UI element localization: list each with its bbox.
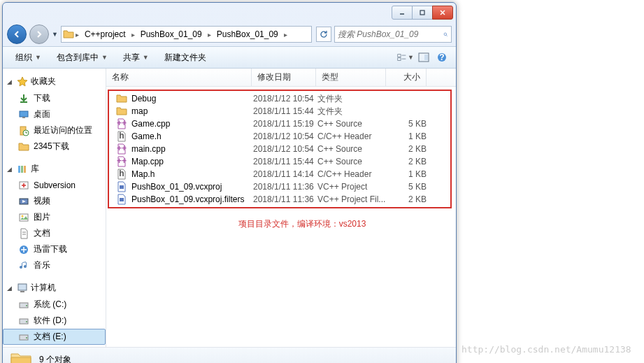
minimize-button[interactable]: [392, 6, 413, 20]
file-type: C++ Source: [317, 157, 387, 166]
sidebar-item[interactable]: 软件 (D:): [3, 313, 106, 329]
sidebar-item[interactable]: 视频: [3, 193, 106, 209]
svg-rect-24: [20, 214, 28, 221]
svg-rect-30: [20, 291, 24, 292]
col-date[interactable]: 修改日期: [252, 69, 316, 86]
file-row[interactable]: hGame.h 2018/1/12 10:54 C/C++ Header 1 K…: [109, 130, 450, 143]
file-row[interactable]: ++main.cpp 2018/1/12 10:54 C++ Source 2 …: [109, 143, 450, 155]
file-type: C/C++ Header: [317, 169, 387, 179]
expand-icon: ◢: [7, 78, 14, 85]
sidebar-item[interactable]: 图片: [3, 209, 106, 225]
organize-menu[interactable]: 组织▼: [8, 49, 48, 66]
cpp-icon: ++: [116, 118, 127, 129]
sidebar-item[interactable]: 迅雷下载: [3, 241, 106, 257]
file-size: 2 KB: [387, 144, 427, 154]
refresh-button[interactable]: [316, 27, 331, 42]
search-icon[interactable]: [443, 29, 448, 40]
back-button[interactable]: [7, 24, 27, 44]
include-menu[interactable]: 包含到库中▼: [50, 49, 115, 66]
sidebar-item[interactable]: 2345下载: [3, 138, 106, 155]
file-row[interactable]: PushBox_01_09.vcxproj.filters 2018/1/11 …: [109, 193, 450, 206]
col-type[interactable]: 类型: [316, 69, 386, 86]
file-name: Game.h: [131, 131, 162, 141]
view-options-button[interactable]: ▼: [397, 49, 414, 66]
sidebar-item[interactable]: 文档 (E:): [3, 329, 106, 345]
folder-icon: [18, 141, 29, 152]
sidebar-item[interactable]: 桌面: [3, 106, 106, 122]
file-row[interactable]: Debug 2018/1/12 10:54 文件夹: [109, 92, 450, 105]
watermark-text: http://blog.csdn.net/Amumu12138: [461, 344, 631, 355]
new-folder-button[interactable]: 新建文件夹: [157, 49, 213, 66]
drive-icon: [18, 332, 29, 343]
sidebar-item[interactable]: Subversion: [3, 178, 106, 193]
file-row[interactable]: hMap.h 2018/1/11 14:14 C/C++ Header 1 KB: [109, 168, 450, 180]
cpp-icon: ++: [116, 143, 127, 155]
chevron-right-icon: ▸: [282, 31, 289, 38]
body: ◢收藏夹下载桌面最近访问的位置2345下载◢库Subversion视频图片文档迅…: [3, 69, 456, 347]
col-name[interactable]: 名称: [106, 69, 252, 86]
help-button[interactable]: ?: [434, 49, 450, 66]
file-size: 2 KB: [387, 194, 427, 204]
sidebar-item[interactable]: 系统 (C:): [3, 297, 106, 313]
file-size: 5 KB: [387, 182, 427, 192]
folder-icon: [116, 93, 127, 104]
svg-point-25: [22, 215, 24, 217]
h-icon: h: [116, 131, 127, 142]
sidebar-item[interactable]: WPS云文档: [3, 345, 106, 347]
proj-icon: [116, 181, 127, 192]
file-row[interactable]: ++Map.cpp 2018/1/11 15:44 C++ Source 2 K…: [109, 155, 450, 168]
down-icon: [18, 93, 29, 104]
col-size[interactable]: 大小: [386, 69, 427, 86]
sidebar-item[interactable]: 音乐: [3, 257, 106, 273]
sidebar-group-header[interactable]: ◢收藏夹: [3, 73, 106, 90]
doc-icon: [18, 228, 29, 239]
sidebar-group-header[interactable]: ◢计算机: [3, 279, 106, 297]
history-dropdown[interactable]: ▼: [52, 31, 58, 38]
nav-bar: ▼ ▸ C++project ▸ PushBox_01_09 ▸ PushBox…: [3, 22, 456, 46]
file-row[interactable]: map 2018/1/11 15:44 文件夹: [109, 105, 450, 118]
titlebar: [3, 3, 456, 22]
file-size: 1 KB: [387, 169, 427, 179]
svg-rect-11: [424, 55, 428, 60]
file-list: 名称 修改日期 类型 大小 Debug 2018/1/12 10:54 文件夹 …: [106, 69, 456, 347]
svg-text:++: ++: [117, 118, 127, 128]
recent-icon: [18, 125, 29, 136]
breadcrumb-item[interactable]: PushBox_01_09: [136, 27, 206, 42]
svg-rect-7: [398, 58, 401, 61]
breadcrumb-item[interactable]: C++project: [80, 27, 130, 42]
file-row[interactable]: PushBox_01_09.vcxproj 2018/1/11 11:36 VC…: [109, 180, 450, 193]
file-date: 2018/1/12 10:54: [253, 144, 317, 154]
svg-rect-20: [21, 166, 23, 173]
search-input[interactable]: [338, 29, 443, 39]
close-button[interactable]: [432, 6, 453, 20]
file-type: 文件夹: [317, 106, 387, 118]
svg-rect-15: [20, 111, 28, 117]
sidebar-item[interactable]: 下载: [3, 90, 106, 106]
preview-button[interactable]: [415, 49, 432, 66]
sidebar-item[interactable]: 最近访问的位置: [3, 122, 106, 138]
file-type: 文件夹: [317, 93, 387, 105]
file-date: 2018/1/12 10:54: [253, 131, 317, 141]
breadcrumb-item[interactable]: PushBox_01_09: [213, 27, 282, 42]
forward-button[interactable]: [29, 24, 49, 44]
status-bar: 9 个对象: [3, 347, 456, 363]
cpp-icon: ++: [116, 156, 127, 167]
drive-icon: [18, 315, 29, 327]
breadcrumb-bar[interactable]: ▸ C++project ▸ PushBox_01_09 ▸ PushBox_0…: [61, 26, 312, 43]
sidebar-item[interactable]: 文档: [3, 225, 106, 241]
sidebar-group-header[interactable]: ◢库: [3, 160, 106, 178]
file-type: VC++ Project: [317, 182, 387, 192]
toolbar: 组织▼ 包含到库中▼ 共享▼ 新建文件夹 ▼ ?: [3, 46, 456, 69]
expand-icon: ◢: [7, 285, 14, 292]
search-box[interactable]: [334, 26, 452, 43]
svg-rect-21: [24, 166, 26, 173]
desk-icon: [18, 109, 29, 120]
file-row[interactable]: ++Game.cpp 2018/1/11 15:19 C++ Source 5 …: [109, 118, 450, 130]
drive-icon: [18, 299, 29, 311]
expand-icon: ◢: [7, 166, 14, 173]
maximize-button[interactable]: [412, 6, 433, 20]
file-name: map: [131, 106, 148, 116]
share-menu[interactable]: 共享▼: [116, 49, 156, 66]
svg-line-5: [446, 35, 447, 36]
file-date: 2018/1/11 15:44: [253, 106, 317, 116]
